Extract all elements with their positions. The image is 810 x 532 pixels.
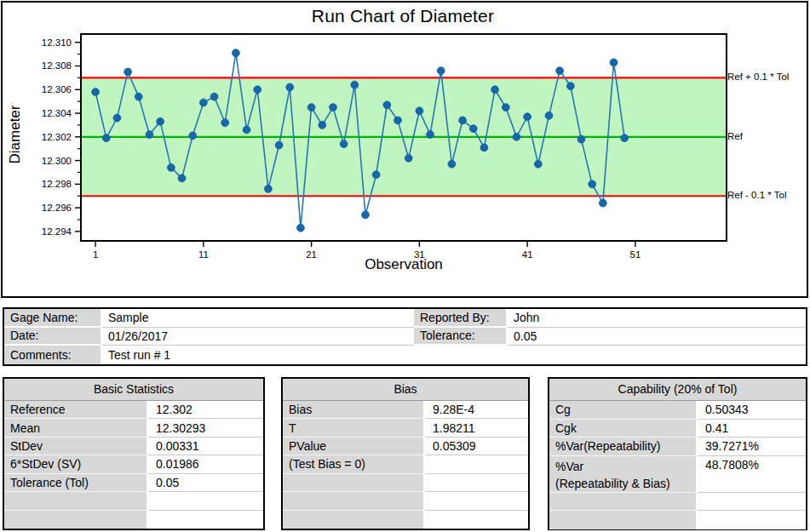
data-point (556, 67, 564, 75)
basic-statistics-header: Basic Statistics (4, 379, 263, 401)
data-point (167, 164, 175, 172)
info-value-tolerance: 0.05 (508, 328, 806, 346)
data-point (502, 104, 509, 112)
data-point (199, 99, 207, 106)
data-point (491, 86, 499, 94)
bias-header: Bias (283, 379, 528, 401)
data-point (265, 186, 273, 193)
capability-header: Capability (20% of Tol) (549, 379, 806, 401)
data-point (416, 107, 423, 115)
data-point (102, 134, 110, 142)
table-row: Cgk0.41 (549, 420, 806, 438)
y-axis-title: Diameter (7, 106, 24, 164)
info-value-gage-name: Sample (102, 309, 414, 328)
data-point (589, 180, 596, 188)
table-row: Cg0.50343 (549, 401, 806, 420)
data-point (480, 144, 488, 152)
y-tick-label: 12.294 (42, 226, 72, 237)
info-label-reported-by: Reported By: (414, 309, 508, 328)
data-point (221, 119, 229, 127)
run-chart: 12.29412.29612.29812.30012.30212.30412.3… (3, 3, 807, 296)
data-point (210, 93, 218, 100)
data-point (383, 101, 391, 109)
table-row (4, 492, 263, 510)
data-point (124, 68, 132, 76)
table-row: Reference12.302 (4, 401, 263, 419)
data-point (534, 160, 542, 168)
gage-study-report: { "chart": { "title": "Run Chart of Diam… (0, 0, 810, 532)
data-point (330, 104, 337, 112)
data-point (513, 133, 520, 140)
y-tick-label: 12.308 (42, 60, 72, 71)
data-point (448, 160, 456, 168)
table-row (283, 492, 528, 510)
bias-table: Bias Bias9.28E-4 T1.98211 PValue0.05309 … (281, 377, 530, 530)
data-point (362, 211, 370, 219)
data-point (232, 49, 239, 57)
data-point (524, 113, 531, 121)
table-row (549, 511, 806, 529)
data-point (113, 114, 121, 122)
data-point (243, 126, 250, 134)
table-row: %Var (Repeatability & Bias) 48.7808% (549, 456, 806, 493)
y-tick-label: 12.306 (42, 84, 72, 94)
data-point (566, 83, 574, 90)
data-point (157, 117, 164, 125)
data-point (307, 104, 315, 112)
info-label-gage-name: Gage Name: (4, 309, 102, 328)
upper-ref-line-label: Ref + 0.1 * Tol (727, 72, 789, 82)
data-point (405, 154, 412, 162)
y-tick-label: 12.298 (42, 179, 72, 189)
table-row: 6*StDev (SV)0.01986 (4, 455, 263, 473)
data-point (92, 89, 100, 96)
data-point (437, 67, 445, 75)
y-tick-label: 12.302 (42, 132, 72, 142)
lower-ref-line-label: Ref - 0.1 * Tol (727, 190, 786, 200)
table-row: Mean12.30293 (4, 419, 263, 437)
data-point (545, 112, 553, 119)
info-value-reported-by: John (508, 309, 806, 328)
data-point (394, 117, 402, 124)
basic-statistics-table: Basic Statistics Reference12.302 Mean12.… (3, 377, 265, 530)
capability-table: Capability (20% of Tol) Cg0.50343 Cgk0.4… (548, 377, 807, 530)
info-value-date: 01/26/2017 (102, 328, 414, 346)
data-point (189, 132, 197, 140)
table-row (4, 511, 263, 529)
y-tick-label: 12.310 (42, 37, 72, 48)
data-point (610, 59, 618, 66)
table-row (283, 474, 528, 492)
info-value-comments: Test run # 1 (102, 346, 806, 364)
data-point (275, 141, 283, 149)
data-point (297, 224, 305, 232)
data-point (621, 134, 629, 142)
table-row: Tolerance (Tol)0.05 (4, 474, 263, 492)
data-point (286, 83, 294, 91)
data-point (178, 174, 186, 182)
data-point (135, 93, 142, 100)
info-label-comments: Comments: (4, 346, 102, 364)
gage-info-table: Gage Name: Sample Reported By: John Date… (3, 307, 807, 366)
table-row: PValue0.05309 (283, 438, 528, 455)
data-point (372, 171, 380, 179)
ref-line-label: Ref (727, 131, 743, 141)
table-row (549, 493, 806, 512)
y-tick-label: 12.304 (42, 108, 72, 118)
run-chart-panel: Run Chart of Diameter 12.29412.29612.298… (1, 1, 808, 298)
y-tick-label: 12.296 (42, 203, 72, 213)
data-point (577, 135, 585, 143)
table-row: (Test Bias = 0) (283, 455, 528, 473)
data-point (427, 131, 434, 139)
data-point (469, 125, 477, 133)
y-tick-label: 12.300 (42, 156, 72, 166)
data-point (351, 81, 359, 89)
table-row: %Var(Repeatability)39.7271% (549, 438, 806, 456)
table-row (283, 511, 528, 529)
data-point (319, 122, 326, 129)
table-row: T1.98211 (283, 419, 528, 437)
data-point (599, 199, 606, 207)
x-axis-title: Observation (81, 256, 727, 273)
data-point (459, 117, 467, 124)
table-row: StDev0.00331 (4, 438, 263, 455)
data-point (254, 86, 261, 94)
data-point (146, 131, 153, 139)
